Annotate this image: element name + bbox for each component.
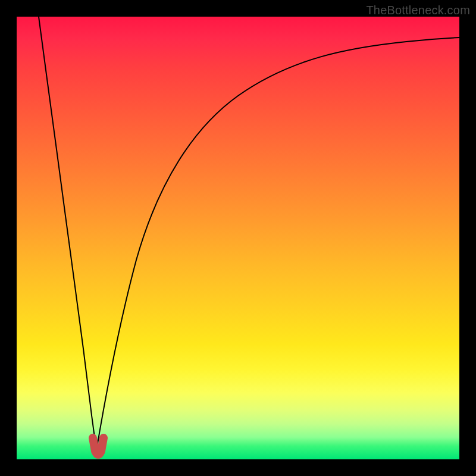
watermark: TheBottleneck.com <box>366 4 470 17</box>
plot-area <box>17 17 459 459</box>
curve-right-branch <box>96 37 459 450</box>
curve-left-branch <box>39 17 96 450</box>
curve-layer <box>17 17 459 459</box>
chart-frame: TheBottleneck.com <box>0 0 476 476</box>
